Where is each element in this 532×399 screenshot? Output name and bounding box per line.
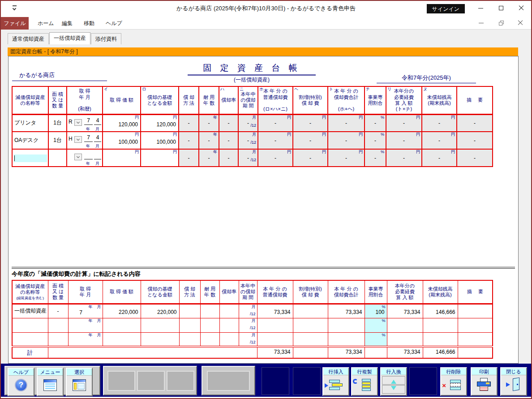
- col-header-acquisition-date: 取 得 年 月: [68, 280, 103, 304]
- col-header-undepreciated-balance: ヌ未償却残高 (期末残高): [422, 86, 457, 114]
- quantity-cell[interactable]: [48, 149, 67, 167]
- remarks-cell: -: [457, 149, 493, 167]
- company-name: かるがる商店: [12, 71, 107, 81]
- menu-move[interactable]: 移動: [81, 17, 97, 30]
- asset-row-2: OAデスク 1台 H 74 年月 円100,000 円100,000 - 年- …: [12, 132, 493, 149]
- toolbar-slot: [409, 367, 437, 395]
- remarks-cell: [458, 318, 493, 332]
- asset-name-cell[interactable]: プリンタ: [12, 114, 48, 132]
- depreciation-base-cell[interactable]: 円120,000: [141, 114, 179, 132]
- expense-amount-total-cell: 73,334: [387, 347, 423, 358]
- undepreciated-balance-cell: 円-: [422, 114, 457, 132]
- remarks-total-cell: [458, 347, 493, 358]
- acquisition-cost-cell[interactable]: 円100,000: [103, 132, 141, 149]
- ordinary-depreciation-cell: 円-: [258, 149, 293, 167]
- toolbar-placeholder: [137, 371, 165, 391]
- remarks-cell: -: [457, 132, 493, 149]
- maximize-icon[interactable]: [491, 1, 511, 15]
- rate-cell: -: [219, 132, 238, 149]
- asset-name-cell[interactable]: [12, 149, 48, 167]
- ordinary-depreciation-total-cell: 73,334: [257, 347, 293, 358]
- menu-file[interactable]: ファイル: [1, 17, 29, 30]
- minimize-icon[interactable]: [471, 1, 491, 15]
- summary-row-3: 年月 月/12 %: [12, 332, 493, 347]
- depreciation-base-cell[interactable]: 円: [141, 149, 179, 167]
- col-header-undepreciated-balance: 未償却残高 (期末残高): [423, 280, 458, 304]
- method-cell: -: [179, 114, 199, 132]
- toolbar-group-general: ヘルプ メニュー 選択: [4, 366, 100, 395]
- asset-name-cell: [12, 332, 48, 347]
- col-header-rate: ハ償却率: [219, 86, 238, 114]
- business-ratio-cell[interactable]: %: [365, 332, 387, 347]
- depreciation-total-cell: [328, 318, 365, 332]
- child-close-icon[interactable]: [511, 17, 529, 28]
- menu-home[interactable]: ホーム: [35, 17, 57, 30]
- row-delete-button[interactable]: 行削除: [440, 367, 467, 396]
- period-cell: 月/12: [239, 304, 257, 318]
- rate-cell: [219, 304, 239, 318]
- fixed-asset-ledger-form: かるがる商店 固 定 資 産 台 帳 (一括償却資産) 令和7年分(2025年)…: [8, 56, 519, 364]
- quantity-cell[interactable]: 1台: [48, 132, 67, 149]
- acquisition-cost-cell[interactable]: 円120,000: [103, 114, 141, 132]
- toolbar-group-empty-1: [103, 366, 197, 395]
- row-insert-icon: [323, 375, 348, 394]
- asset-name-cell[interactable]: OAデスク: [12, 132, 48, 149]
- depreciation-base-cell: [141, 318, 179, 332]
- expense-amount-cell: 円-: [386, 149, 422, 167]
- col-header-business-ratio: チ事業専 用割合: [365, 86, 386, 114]
- depreciation-total-total-cell: 73,334: [328, 347, 365, 358]
- acquisition-cost-cell: [103, 332, 141, 347]
- depreciation-total-cell: 円-: [328, 132, 365, 149]
- ledger-subtitle: (一括償却資産): [188, 76, 316, 84]
- child-minimize-icon[interactable]: [472, 17, 490, 28]
- print-button[interactable]: 印刷: [471, 367, 498, 396]
- acquisition-date-cell: 年月7: [68, 304, 103, 318]
- menu-icon: [43, 379, 57, 391]
- era-dropdown[interactable]: [74, 154, 82, 160]
- col-header-depreciation-total: ト本 年 分 の 償却費合計 (ホ+ヘ): [328, 86, 365, 114]
- quantity-cell: [48, 318, 68, 332]
- era-dropdown[interactable]: [74, 136, 82, 143]
- asset-name-input[interactable]: [14, 154, 47, 162]
- close-icon[interactable]: [511, 1, 531, 15]
- close-form-button[interactable]: 閉じる: [500, 367, 527, 396]
- depreciation-base-cell[interactable]: 円100,000: [141, 132, 179, 149]
- menu-help[interactable]: ヘルプ: [103, 17, 125, 30]
- tab-normal-depreciation-assets[interactable]: 通常償却資産: [8, 33, 49, 44]
- quantity-cell[interactable]: 1台: [48, 114, 67, 132]
- child-restore-icon[interactable]: [492, 17, 510, 28]
- summary-row-2: 年月 月/12 %: [12, 318, 493, 332]
- tab-lump-sum-depreciation-assets[interactable]: 一括償却資産: [49, 32, 90, 44]
- menu-button[interactable]: メニュー: [37, 368, 64, 396]
- row-duplicate-button[interactable]: 行複製: [351, 367, 378, 396]
- business-ratio-cell: %-: [365, 114, 386, 132]
- business-ratio-cell: %-: [365, 132, 386, 149]
- select-button[interactable]: 選択: [66, 368, 93, 396]
- help-button[interactable]: ヘルプ: [8, 368, 34, 396]
- row-down-icon[interactable]: [382, 385, 405, 394]
- acquisition-date-cell[interactable]: 年月: [67, 149, 103, 167]
- toolbar-placeholder: [167, 371, 194, 391]
- acquisition-cost-cell[interactable]: 円: [103, 149, 141, 167]
- acquisition-date-cell[interactable]: R 74 年月: [67, 114, 103, 132]
- signin-button[interactable]: サインイン: [427, 4, 465, 13]
- expense-amount-cell: 円-: [386, 132, 422, 149]
- fiscal-year-label: 令和7年分(2025年): [377, 74, 476, 83]
- asset-name-cell: [12, 318, 48, 332]
- row-insert-button[interactable]: 行挿入: [322, 367, 349, 396]
- menu-edit[interactable]: 編集: [59, 17, 75, 30]
- era-dropdown[interactable]: [74, 119, 82, 126]
- row-swap-button[interactable]: 行入換: [380, 367, 407, 396]
- business-ratio-cell[interactable]: %: [365, 318, 387, 332]
- col-header-expense-amount: 本年分の 必要経費 算 入 額: [387, 280, 423, 304]
- col-header-ordinary-depreciation: ホ本 年 分 の 普通償却費 (ロ×ハ×ニ): [258, 86, 293, 114]
- tab-attachments[interactable]: 添付資料: [91, 33, 121, 44]
- row-up-icon[interactable]: [382, 376, 405, 385]
- summary-header-row: 減価償却資産 の名称等(繰延資産を含む) 面 積 又 は 数 量 取 得 年 月…: [12, 280, 493, 304]
- method-cell: -: [179, 149, 199, 167]
- print-icon: [472, 375, 497, 394]
- form-caption-bar: 固定資産台帳 - [ 令和7年分 ]: [8, 47, 518, 56]
- business-ratio-cell[interactable]: %100: [365, 304, 387, 318]
- acquisition-date-cell[interactable]: H 74 年月: [67, 132, 103, 149]
- ordinary-depreciation-cell: 円-: [258, 132, 293, 149]
